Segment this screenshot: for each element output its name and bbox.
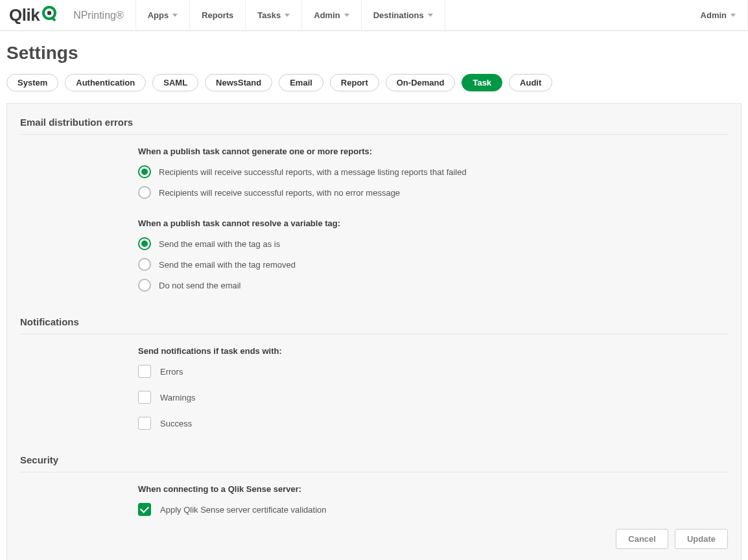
tab-email[interactable]: Email bbox=[279, 74, 323, 91]
group-variable-tag: When a publish task cannot resolve a var… bbox=[138, 218, 728, 292]
nav-item-tasks[interactable]: Tasks bbox=[246, 0, 302, 30]
group-label: When connecting to a Qlik Sense server: bbox=[138, 484, 728, 494]
nav-item-label: Admin bbox=[314, 10, 340, 20]
nav-user[interactable]: Admin bbox=[689, 0, 748, 30]
settings-tabs: SystemAuthenticationSAMLNewsStandEmailRe… bbox=[0, 74, 748, 103]
chevron-down-icon bbox=[730, 14, 736, 17]
tab-on-demand[interactable]: On-Demand bbox=[386, 74, 456, 91]
notification-option[interactable]: Errors bbox=[138, 365, 728, 378]
radio-button[interactable] bbox=[138, 165, 151, 178]
option-label: Errors bbox=[160, 367, 183, 377]
radio-button[interactable] bbox=[138, 237, 151, 250]
section-security: Security When connecting to a Qlik Sense… bbox=[20, 449, 728, 516]
brand-name: Qlik bbox=[9, 5, 40, 25]
page-title: Settings bbox=[0, 31, 748, 74]
group-security: When connecting to a Qlik Sense server: … bbox=[138, 484, 728, 516]
nav-item-apps[interactable]: Apps bbox=[136, 0, 191, 30]
chevron-down-icon bbox=[172, 14, 178, 17]
brand-icon bbox=[41, 5, 58, 26]
tab-task[interactable]: Task bbox=[462, 74, 502, 91]
variable-tag-option[interactable]: Send the email with the tag removed bbox=[138, 258, 728, 271]
nav-item-destinations[interactable]: Destinations bbox=[362, 0, 445, 30]
option-label: Apply Qlik Sense server certificate vali… bbox=[160, 505, 327, 515]
generate-report-option[interactable]: Recipients will receive successful repor… bbox=[138, 165, 728, 178]
update-button[interactable]: Update bbox=[675, 529, 728, 549]
radio-button[interactable] bbox=[138, 279, 151, 292]
tab-newsstand[interactable]: NewsStand bbox=[205, 74, 272, 91]
group-notifications: Send notifications if task ends with: Er… bbox=[138, 346, 728, 430]
option-label: Warnings bbox=[160, 393, 195, 402]
group-label: Send notifications if task ends with: bbox=[138, 346, 728, 356]
group-label: When a publish task cannot resolve a var… bbox=[138, 218, 728, 228]
option-label: Do not send the email bbox=[159, 281, 240, 290]
option-label: Recipients will receive successful repor… bbox=[159, 188, 400, 198]
checkbox[interactable] bbox=[138, 417, 151, 430]
notification-option[interactable]: Warnings bbox=[138, 391, 728, 404]
chevron-down-icon bbox=[344, 14, 349, 17]
section-heading-notifications: Notifications bbox=[20, 311, 728, 334]
chevron-down-icon bbox=[428, 14, 433, 17]
tab-audit[interactable]: Audit bbox=[509, 74, 552, 91]
option-label: Send the email with the tag as is bbox=[159, 239, 280, 249]
nav-user-label: Admin bbox=[701, 10, 727, 20]
brand: Qlik NPrinting® bbox=[0, 0, 136, 30]
notification-option[interactable]: Success bbox=[138, 417, 728, 430]
tab-authentication[interactable]: Authentication bbox=[65, 74, 146, 91]
nav-item-label: Tasks bbox=[257, 10, 281, 20]
variable-tag-option[interactable]: Do not send the email bbox=[138, 279, 728, 292]
nav-item-admin[interactable]: Admin bbox=[302, 0, 361, 30]
option-label: Recipients will receive successful repor… bbox=[159, 167, 467, 177]
svg-point-1 bbox=[47, 11, 51, 15]
nav-item-reports[interactable]: Reports bbox=[190, 0, 246, 30]
brand-product: NPrinting® bbox=[73, 10, 124, 21]
chevron-down-icon bbox=[285, 14, 290, 17]
settings-panel: Email distribution errors When a publish… bbox=[6, 103, 742, 560]
tab-saml[interactable]: SAML bbox=[152, 74, 198, 91]
radio-button[interactable] bbox=[138, 186, 151, 199]
cancel-button[interactable]: Cancel bbox=[616, 529, 668, 549]
section-notifications: Notifications Send notifications if task… bbox=[20, 311, 728, 430]
option-label: Send the email with the tag removed bbox=[159, 260, 296, 270]
group-generate-reports: When a publish task cannot generate one … bbox=[138, 146, 728, 199]
nav-item-label: Reports bbox=[202, 10, 233, 20]
tab-system[interactable]: System bbox=[6, 74, 58, 91]
group-label: When a publish task cannot generate one … bbox=[138, 146, 728, 156]
section-email-errors: Email distribution errors When a publish… bbox=[20, 111, 728, 292]
checkbox[interactable] bbox=[138, 391, 151, 404]
tab-report[interactable]: Report bbox=[330, 74, 379, 91]
brand-logo: Qlik bbox=[9, 5, 58, 26]
nav-item-label: Destinations bbox=[373, 10, 424, 20]
footer-buttons: Cancel Update bbox=[20, 529, 728, 549]
radio-button[interactable] bbox=[138, 258, 151, 271]
checkbox[interactable] bbox=[138, 365, 151, 378]
top-nav: Qlik NPrinting® AppsReportsTasksAdminDes… bbox=[0, 0, 748, 31]
checkbox[interactable] bbox=[138, 503, 151, 516]
option-label: Success bbox=[160, 419, 192, 428]
nav-item-label: Apps bbox=[148, 10, 169, 20]
section-heading-email-errors: Email distribution errors bbox=[20, 111, 728, 135]
section-heading-security: Security bbox=[20, 449, 728, 472]
generate-report-option[interactable]: Recipients will receive successful repor… bbox=[138, 186, 728, 199]
variable-tag-option[interactable]: Send the email with the tag as is bbox=[138, 237, 728, 250]
security-option[interactable]: Apply Qlik Sense server certificate vali… bbox=[138, 503, 728, 516]
